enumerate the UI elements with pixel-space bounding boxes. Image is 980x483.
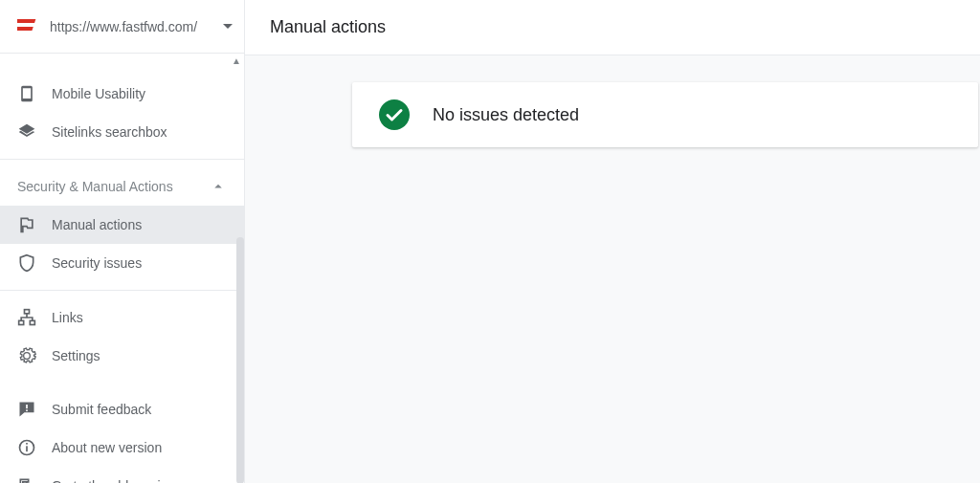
sidebar-item-label: Mobile Usability bbox=[52, 86, 227, 101]
property-selector[interactable]: https://www.fastfwd.com/ bbox=[0, 0, 244, 54]
sidebar-item-label: Go to the old version bbox=[52, 478, 227, 483]
sidebar-item-label: Links bbox=[52, 310, 227, 325]
sidebar-item-security-issues[interactable]: Security issues bbox=[0, 244, 244, 282]
sitemap-icon bbox=[17, 308, 36, 327]
svg-rect-3 bbox=[19, 320, 24, 324]
scrollbar[interactable] bbox=[236, 237, 244, 483]
flag-icon bbox=[17, 215, 36, 234]
chevron-up-icon bbox=[210, 178, 227, 195]
info-icon bbox=[17, 438, 36, 457]
sidebar-item-settings[interactable]: Settings bbox=[0, 337, 244, 375]
svg-rect-8 bbox=[26, 446, 28, 451]
divider bbox=[0, 290, 244, 291]
sidebar-item-links[interactable]: Links bbox=[0, 298, 244, 337]
sidebar-item-label: Security issues bbox=[52, 255, 227, 271]
sidebar-item-label: Submit feedback bbox=[52, 402, 227, 417]
site-url: https://www.fastfwd.com/ bbox=[50, 19, 215, 34]
chevron-down-icon bbox=[223, 22, 233, 32]
svg-point-10 bbox=[379, 99, 410, 130]
svg-rect-6 bbox=[26, 409, 28, 411]
svg-rect-9 bbox=[26, 443, 28, 445]
sidebar-item-submit-feedback[interactable]: Submit feedback bbox=[0, 390, 244, 428]
svg-rect-0 bbox=[17, 19, 35, 23]
main-header: Manual actions bbox=[245, 0, 980, 55]
sidebar-item-about-new-version[interactable]: About new version bbox=[0, 428, 244, 467]
svg-rect-1 bbox=[17, 27, 33, 31]
status-card: No issues detected bbox=[352, 82, 978, 147]
sidebar-item-mobile-usability[interactable]: Mobile Usability bbox=[0, 75, 244, 113]
sidebar-item-label: Settings bbox=[52, 348, 227, 363]
sidebar-nav: Mobile Usability Sitelinks searchbox Sec… bbox=[0, 54, 244, 483]
layers-icon bbox=[17, 122, 36, 142]
svg-rect-2 bbox=[25, 310, 30, 314]
gear-icon bbox=[17, 346, 36, 365]
exit-icon bbox=[17, 476, 36, 483]
sidebar-item-go-to-old-version[interactable]: Go to the old version bbox=[0, 467, 244, 483]
main: Manual actions No issues detected bbox=[245, 0, 980, 483]
site-favicon bbox=[17, 17, 36, 36]
feedback-icon bbox=[17, 400, 36, 419]
content-area: No issues detected bbox=[245, 55, 980, 483]
section-label: Security & Manual Actions bbox=[17, 179, 210, 194]
sidebar-section-security-manual[interactable]: Security & Manual Actions bbox=[0, 167, 244, 206]
divider bbox=[0, 159, 244, 160]
sidebar-item-manual-actions[interactable]: Manual actions bbox=[0, 206, 244, 244]
svg-rect-5 bbox=[26, 405, 28, 408]
svg-rect-4 bbox=[30, 320, 34, 324]
shield-icon bbox=[17, 253, 36, 273]
sidebar: https://www.fastfwd.com/ ▲ Mobile Usabil… bbox=[0, 0, 245, 483]
sidebar-item-label: Manual actions bbox=[52, 217, 227, 232]
check-circle-icon bbox=[379, 99, 410, 130]
page-title: Manual actions bbox=[270, 17, 386, 37]
sidebar-item-sitelinks-searchbox[interactable]: Sitelinks searchbox bbox=[0, 113, 244, 151]
sidebar-item-label: Sitelinks searchbox bbox=[52, 124, 227, 140]
mobile-icon bbox=[17, 84, 36, 103]
status-message: No issues detected bbox=[433, 105, 579, 125]
sidebar-item-label: About new version bbox=[52, 440, 227, 455]
